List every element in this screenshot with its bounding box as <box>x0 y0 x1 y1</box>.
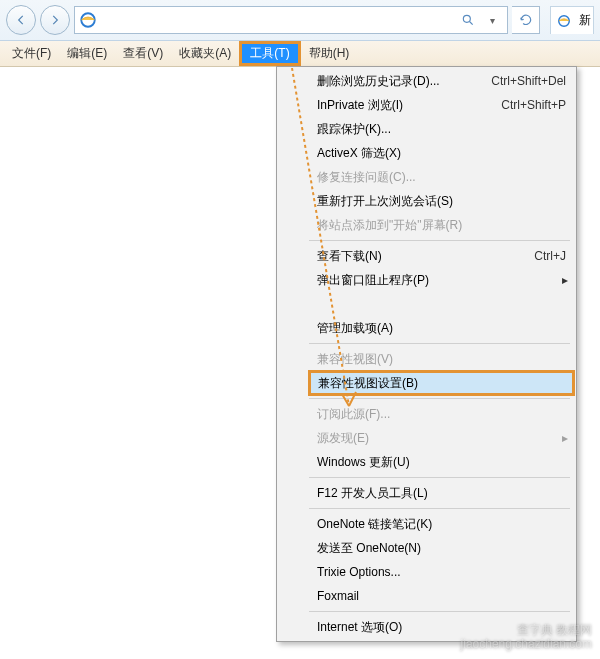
dropdown-item-shortcut: Ctrl+Shift+Del <box>491 74 566 88</box>
refresh-button[interactable] <box>512 6 540 34</box>
dropdown-item-label: 查看下载(N) <box>317 248 534 265</box>
dropdown-item[interactable]: 重新打开上次浏览会话(S) <box>309 189 574 213</box>
dropdown-item-label: F12 开发人员工具(L) <box>317 485 566 502</box>
menu-help[interactable]: 帮助(H) <box>301 42 358 65</box>
back-button[interactable] <box>6 5 36 35</box>
refresh-icon <box>519 13 533 27</box>
dropdown-item-label: 管理加载项(A) <box>317 320 566 337</box>
dropdown-separator <box>309 398 570 399</box>
address-input[interactable] <box>101 7 457 33</box>
dropdown-item-label: ActiveX 筛选(X) <box>317 145 566 162</box>
dropdown-item[interactable]: Windows 更新(U) <box>309 450 574 474</box>
dropdown-separator <box>309 240 570 241</box>
dropdown-item[interactable]: 删除浏览历史记录(D)...Ctrl+Shift+Del <box>309 69 574 93</box>
browser-tab[interactable]: 新 <box>550 6 594 34</box>
ie-icon <box>79 11 97 29</box>
dropdown-item: 订阅此源(F)... <box>309 402 574 426</box>
forward-button[interactable] <box>40 5 70 35</box>
search-icon[interactable] <box>457 9 479 31</box>
dropdown-item-label: 重新打开上次浏览会话(S) <box>317 193 566 210</box>
dropdown-item[interactable]: 跟踪保护(K)... <box>309 117 574 141</box>
submenu-arrow-icon: ▸ <box>562 273 568 287</box>
submenu-arrow-icon: ▸ <box>562 431 568 445</box>
dropdown-item-label: 修复连接问题(C)... <box>317 169 566 186</box>
dropdown-item[interactable]: 发送至 OneNote(N) <box>309 536 574 560</box>
svg-point-1 <box>463 15 470 22</box>
dropdown-item-label: 订阅此源(F)... <box>317 406 566 423</box>
dropdown-item[interactable]: 查看下载(N)Ctrl+J <box>309 244 574 268</box>
dropdown-item[interactable]: F12 开发人员工具(L) <box>309 481 574 505</box>
dropdown-item-label: Trixie Options... <box>317 565 566 579</box>
address-bar[interactable]: ▾ <box>74 6 508 34</box>
dropdown-separator <box>309 508 570 509</box>
dropdown-item[interactable]: ActiveX 筛选(X) <box>309 141 574 165</box>
dropdown-item[interactable]: InPrivate 浏览(I)Ctrl+Shift+P <box>309 93 574 117</box>
tools-dropdown: 删除浏览历史记录(D)...Ctrl+Shift+DelInPrivate 浏览… <box>276 66 577 642</box>
watermark-line2: jiaocheng.chazidian.com <box>461 637 592 651</box>
dropdown-item-label: Foxmail <box>317 589 566 603</box>
dropdown-item-label: 弹出窗口阻止程序(P) <box>317 272 566 289</box>
menu-edit[interactable]: 编辑(E) <box>59 42 115 65</box>
dropdown-item: 源发现(E)▸ <box>309 426 574 450</box>
dropdown-item-shortcut: Ctrl+J <box>534 249 566 263</box>
dropdown-item: 修复连接问题(C)... <box>309 165 574 189</box>
ie-icon <box>557 14 571 28</box>
menu-tools[interactable]: 工具(T) <box>239 41 300 66</box>
dropdown-item <box>309 292 574 316</box>
menu-favorites[interactable]: 收藏夹(A) <box>171 42 239 65</box>
dropdown-separator <box>309 343 570 344</box>
dropdown-item-label: 源发现(E) <box>317 430 566 447</box>
dropdown-item-label: 将站点添加到"开始"屏幕(R) <box>317 217 566 234</box>
dropdown-item[interactable]: 兼容性视图设置(B) <box>309 371 574 395</box>
menu-bar: 文件(F) 编辑(E) 查看(V) 收藏夹(A) 工具(T) 帮助(H) <box>0 41 600 67</box>
dropdown-item-label: InPrivate 浏览(I) <box>317 97 501 114</box>
dropdown-item-label: 跟踪保护(K)... <box>317 121 566 138</box>
watermark: 查字典 教程网 jiaocheng.chazidian.com <box>461 623 592 651</box>
dropdown-item: 将站点添加到"开始"屏幕(R) <box>309 213 574 237</box>
dropdown-item[interactable]: Foxmail <box>309 584 574 608</box>
dropdown-separator <box>309 611 570 612</box>
dropdown-separator <box>309 477 570 478</box>
dropdown-item-label: Windows 更新(U) <box>317 454 566 471</box>
dropdown-item[interactable]: Trixie Options... <box>309 560 574 584</box>
watermark-line1: 查字典 教程网 <box>461 623 592 637</box>
menu-file[interactable]: 文件(F) <box>4 42 59 65</box>
arrow-right-icon <box>48 13 62 27</box>
arrow-left-icon <box>14 13 28 27</box>
tab-label: 新 <box>579 12 591 29</box>
dropdown-item-label: OneNote 链接笔记(K) <box>317 516 566 533</box>
dropdown-item[interactable]: 管理加载项(A) <box>309 316 574 340</box>
dropdown-item[interactable]: 弹出窗口阻止程序(P)▸ <box>309 268 574 292</box>
menu-view[interactable]: 查看(V) <box>115 42 171 65</box>
dropdown-item-label: 删除浏览历史记录(D)... <box>317 73 491 90</box>
dropdown-item[interactable]: OneNote 链接笔记(K) <box>309 512 574 536</box>
dropdown-item-shortcut: Ctrl+Shift+P <box>501 98 566 112</box>
dropdown-item-label: 兼容性视图(V) <box>317 351 566 368</box>
dropdown-item: 兼容性视图(V) <box>309 347 574 371</box>
dropdown-item-label: 兼容性视图设置(B) <box>318 375 565 392</box>
dropdown-caret-icon[interactable]: ▾ <box>481 9 503 31</box>
dropdown-item-label: 发送至 OneNote(N) <box>317 540 566 557</box>
navigation-bar: ▾ 新 <box>0 0 600 41</box>
